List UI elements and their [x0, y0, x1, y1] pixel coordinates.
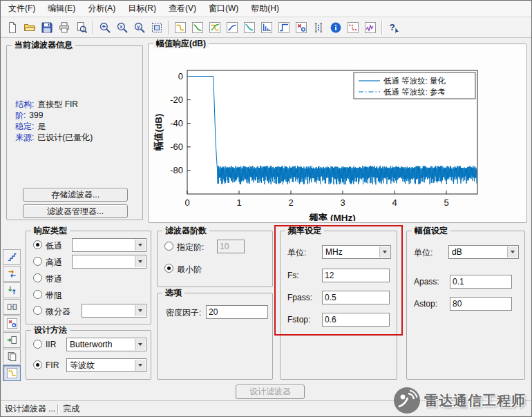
svg-text:3: 3: [340, 197, 345, 208]
frequency-unit-select[interactable]: MHz: [322, 245, 391, 259]
panel-title: 频率设定: [285, 226, 324, 235]
highpass-radio[interactable]: [33, 257, 42, 266]
menu-targets[interactable]: 目标(R): [122, 0, 162, 17]
toolbar-separator: [381, 21, 382, 35]
fir-label: FIR: [46, 360, 59, 370]
bandpass-radio[interactable]: [33, 273, 42, 282]
impulse-response-icon[interactable]: [258, 19, 275, 36]
menubar: 文件(F)编辑(E)分析(A)目标(R)查看(V)窗口(W)帮助(H): [1, 1, 531, 17]
full-view-icon[interactable]: [149, 19, 165, 36]
group-delay-icon[interactable]: [224, 19, 240, 36]
set-quantization-icon[interactable]: [3, 249, 21, 265]
coefficients-icon[interactable]: [310, 19, 327, 36]
toolbar: xy?: [1, 17, 531, 38]
chevron-down-icon: [135, 256, 145, 267]
print-icon[interactable]: [56, 19, 73, 36]
specify-order-radio[interactable]: [164, 242, 173, 251]
new-icon[interactable]: [4, 19, 21, 36]
svg-text:?: ?: [389, 22, 395, 32]
filter-manager-button[interactable]: 滤波器管理器...: [23, 204, 128, 218]
fpass-input[interactable]: [322, 291, 390, 304]
bandstop-radio[interactable]: [33, 290, 42, 299]
density-factor-input[interactable]: [206, 305, 268, 319]
info-row: 阶:399: [15, 110, 93, 120]
svg-text:5: 5: [444, 197, 448, 208]
chevron-down-icon: [135, 240, 145, 251]
menu-edit[interactable]: 编辑(E): [41, 0, 82, 17]
highpass-type-select[interactable]: [72, 255, 146, 269]
panel-title: 滤波器阶数: [162, 226, 209, 235]
differentiator-label: 微分器: [46, 306, 70, 318]
menu-view[interactable]: 查看(V): [162, 0, 202, 17]
filter-order-panel: 滤波器阶数 指定阶: 最小阶: [157, 231, 273, 287]
open-icon[interactable]: [21, 19, 38, 36]
transform-filter-icon[interactable]: [3, 266, 21, 282]
help-icon[interactable]: ?: [386, 19, 402, 36]
mag-unit-label: 单位:: [414, 247, 433, 259]
apass-label: Apass:: [414, 277, 439, 287]
watermark: 雷达通信工程师: [394, 387, 526, 414]
status-divider: [57, 404, 58, 414]
fs-input[interactable]: [322, 269, 390, 282]
watermark-logo-icon: [394, 387, 420, 414]
info-row: 稳定:是: [15, 122, 93, 131]
filter-manager-icon[interactable]: [3, 349, 21, 365]
lowpass-label: 低通: [46, 240, 62, 252]
magnitude-response-icon[interactable]: [172, 19, 189, 36]
phase-response-icon[interactable]: [189, 19, 206, 36]
realize-model-icon[interactable]: [3, 299, 21, 315]
filter-designer-window: 文件(F)编辑(E)分析(A)目标(R)查看(V)窗口(W)帮助(H) xy? …: [0, 0, 532, 417]
chevron-down-icon: [507, 246, 517, 258]
astop-label: Astop:: [414, 299, 437, 309]
iir-radio[interactable]: [33, 340, 42, 349]
pole-zero-icon[interactable]: [293, 19, 310, 36]
fir-method-select[interactable]: 等波纹: [66, 358, 146, 372]
pole-zero-editor-icon[interactable]: [3, 316, 21, 331]
save-icon[interactable]: [39, 19, 55, 36]
mag-phase-response-icon[interactable]: [207, 19, 223, 36]
info-row: 结构:直接型 FIR: [15, 99, 93, 109]
menu-window[interactable]: 窗口(W): [202, 0, 245, 17]
round-off-noise-icon[interactable]: [362, 19, 379, 36]
fstop-input[interactable]: [322, 313, 390, 327]
minimum-order-radio[interactable]: [164, 264, 173, 273]
step-response-icon[interactable]: [276, 19, 292, 36]
frequency-specs-panel: 频率设定 单位: MHz Fs: Fpass: Fstop:: [280, 231, 397, 380]
astop-input[interactable]: [450, 297, 512, 311]
svg-text:-80: -80: [170, 165, 183, 175]
filter-info-icon[interactable]: [327, 19, 344, 36]
magnitude-specs-panel: 幅值设定 单位: dB Apass: Astop:: [406, 231, 525, 380]
svg-text:1: 1: [236, 197, 241, 208]
design-filter-button: 设计滤波器: [236, 385, 305, 399]
magnitude-unit-select[interactable]: dB: [448, 245, 519, 259]
zoom-y-icon[interactable]: y: [131, 19, 148, 36]
chevron-down-icon: [135, 305, 145, 316]
spec-mask-icon[interactable]: [345, 19, 361, 36]
fir-radio[interactable]: [33, 360, 42, 369]
iir-method-select[interactable]: Butterworth: [66, 338, 146, 351]
density-factor-label: 密度因子:: [166, 307, 201, 319]
lowpass-radio[interactable]: [33, 240, 42, 249]
design-filter-icon[interactable]: [3, 365, 21, 381]
panel-title: 幅值响应(dB): [153, 39, 209, 48]
zoom-in-icon[interactable]: [97, 19, 113, 36]
current-filter-info-panel: 当前滤波器信息 结构:直接型 FIR 阶:399 稳定:是 来源:已设计(已量化…: [6, 45, 143, 220]
menu-analysis[interactable]: 分析(A): [82, 0, 122, 17]
menu-file[interactable]: 文件(F): [2, 0, 41, 17]
differentiator-type-select[interactable]: [82, 304, 146, 318]
fstop-label: Fstop:: [287, 315, 310, 324]
menu-help[interactable]: 帮助(H): [245, 0, 285, 17]
lowpass-type-select[interactable]: [72, 238, 146, 252]
import-filter-icon[interactable]: [3, 332, 21, 348]
zoom-x-icon[interactable]: x: [114, 19, 131, 36]
differentiator-radio[interactable]: [33, 306, 42, 315]
selected-value: Butterworth: [70, 340, 112, 349]
multirate-filter-icon[interactable]: [3, 282, 21, 298]
magnitude-response-plot: 0123450-20-40-60-80频率 (MHz)幅值(dB)低通 等波纹:…: [153, 51, 524, 221]
store-filter-button[interactable]: 存储滤波器...: [23, 188, 128, 202]
print-preview-icon[interactable]: [73, 19, 90, 36]
minimum-order-label: 最小阶: [177, 264, 202, 275]
apass-input[interactable]: [450, 275, 512, 289]
svg-text:0: 0: [184, 197, 189, 208]
phase-delay-icon[interactable]: [241, 19, 258, 36]
